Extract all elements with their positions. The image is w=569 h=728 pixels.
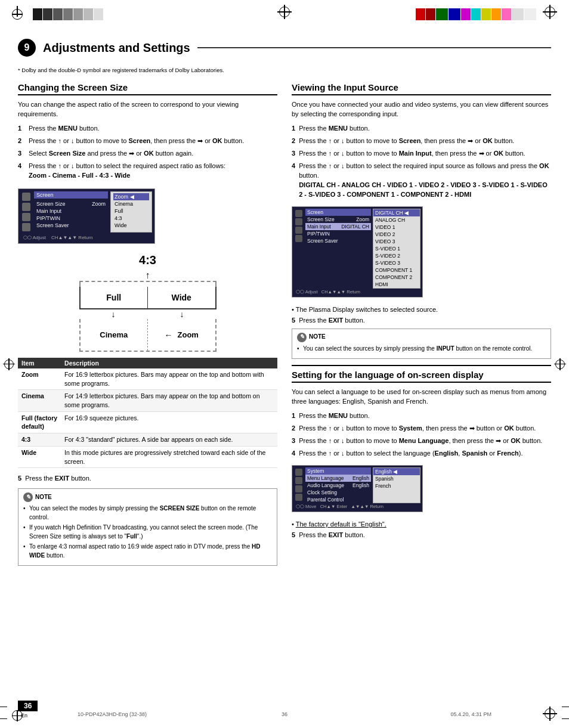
note-item: You can select the modes by simply press…	[23, 504, 272, 522]
page-sub: En	[21, 712, 27, 718]
step-2: 2 Press the ↑ or ↓ button to move to Scr…	[18, 137, 277, 146]
lang-step-2: 2 Press the ↑ or ↓ button to move to Sys…	[292, 424, 551, 433]
zoom-options-label: Zoom - Cinema - Full - 4:3 - Wide	[29, 172, 130, 179]
right-column: Viewing the Input Source Once you have c…	[292, 82, 551, 571]
chapter-header: 9 Adjustments and Settings	[18, 39, 551, 57]
language-menu-screenshot: System Menu LanguageEnglish Audio Langua…	[292, 461, 551, 516]
vi-step-5: 5 Press the EXIT button.	[292, 317, 551, 324]
table-row: Wide In this mode pictures are progressi…	[18, 446, 277, 467]
screen-size-intro: You can change the aspect ratio of the s…	[18, 100, 277, 119]
screen-size-table: Item Description Zoom For 16:9 letterbox…	[18, 358, 277, 468]
section-title-screen-size: Changing the Screen Size	[18, 82, 277, 95]
section-divider	[292, 365, 551, 366]
table-row: Cinema For 14:9 letterbox pictures. Bars…	[18, 390, 277, 411]
lang-step-1: 1 Press the MENU button.	[292, 411, 551, 421]
left-column: Changing the Screen Size You can change …	[18, 82, 277, 571]
footer-right: 05.4.20, 4:31 PM	[450, 711, 491, 717]
note-item: If you watch High Definition TV broadcas…	[23, 523, 272, 541]
note-box-input: ✎ NOTE You can select the sources by sim…	[292, 329, 551, 360]
input-intro: Once you have connected your audio and v…	[292, 100, 551, 119]
factory-default-note: • The factory default is "English".	[292, 521, 551, 528]
box-wide: Wide	[148, 287, 215, 308]
screen-menu-screenshot: Screen Screen SizeZoom Main Input PIP/TW…	[18, 184, 277, 249]
plasma-note: • The Plasma Display switches to selecte…	[292, 306, 551, 313]
vi-step-3: 3 Press the ↑ or ↓ button to move to Mai…	[292, 149, 551, 159]
step-3: 3 Select Screen Size and press the ➡ or …	[18, 149, 277, 159]
input-menu-screenshot: Screen Screen SizeZoom Main InputDIGITAL…	[292, 203, 551, 301]
note-icon: ✎	[23, 492, 33, 502]
chapter-number: 9	[18, 39, 36, 57]
step-5-exit: 5 Press the EXIT button.	[18, 474, 277, 484]
box-full: Full	[81, 287, 149, 308]
aspect-ratio-diagram: 4:3 ↑ Full Wide ↓ ↓	[18, 253, 277, 352]
language-intro: You can select a language to be used for…	[292, 388, 551, 407]
page-number: 36	[18, 701, 38, 711]
step-1: 1 Press the MENU button.	[18, 124, 277, 134]
table-row: Zoom For 16:9 letterbox pictures. Bars m…	[18, 368, 277, 390]
section-title-input: Viewing the Input Source	[292, 82, 551, 95]
table-col-desc: Description	[61, 358, 277, 368]
note-item: To enlarge 4:3 normal aspect ratio to 16…	[23, 543, 272, 560]
lang-step-3: 3 Press the ↑ or ↓ button to move to Men…	[292, 436, 551, 446]
section-title-language: Setting for the language of on-screen di…	[292, 370, 551, 383]
note-box-screen: ✎ NOTE You can select the modes by simpl…	[18, 488, 277, 566]
vi-step-4: 4 Press the ↑ or ↓ button to select the …	[292, 162, 551, 200]
chapter-title: Adjustments and Settings	[43, 41, 190, 55]
chapter-line	[197, 47, 551, 48]
lang-step-4: 4 Press the ↑ or ↓ button to select the …	[292, 449, 551, 459]
step-4: 4 Press the ↑ or ↓ button to select the …	[18, 162, 277, 181]
label-43: 4:3	[18, 253, 277, 267]
box-zoom: Zoom	[178, 330, 199, 339]
lang-step-5: 5 Press the EXIT button.	[292, 531, 551, 538]
table-row: Full (factorydefault) For 16:9 squeeze p…	[18, 411, 277, 433]
table-row: 4:3 For 4:3 "standard" pictures. A side …	[18, 433, 277, 447]
footnote: * Dolby and the double-D symbol are regi…	[18, 66, 551, 74]
box-cinema: Cinema	[81, 319, 149, 351]
vi-step-2: 2 Press the ↑ or ↓ button to move to Scr…	[292, 137, 551, 146]
note-icon-input: ✎	[297, 333, 307, 342]
note-label: NOTE	[35, 493, 52, 502]
table-col-item: Item	[18, 358, 61, 368]
note-item-input: You can select the sources by simply pre…	[297, 345, 546, 354]
footer-center: 36	[282, 711, 287, 717]
vi-step-1: 1 Press the MENU button.	[292, 124, 551, 134]
footer-left: 10-PDP42A3HD-Eng (32-38)	[78, 711, 147, 717]
